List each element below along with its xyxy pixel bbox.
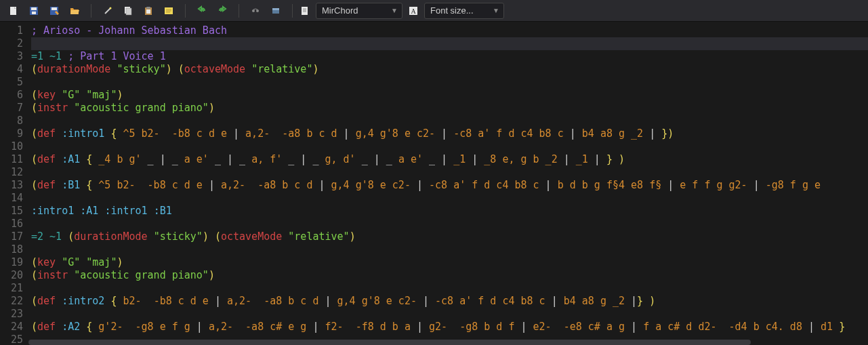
wand-button[interactable]	[98, 2, 117, 20]
code-line[interactable]	[31, 192, 868, 205]
code-area[interactable]: ; Arioso - Johann Sebastian Bach=1 ~1 ; …	[28, 22, 868, 345]
fontsize-dropdown-label: Font size...	[430, 5, 474, 16]
code-line[interactable]: (def :A1 { _4 b g' _ | _ a e' _ | _ a, f…	[31, 153, 868, 166]
line-number: 4	[0, 63, 23, 76]
copy-icon	[123, 5, 133, 16]
svg-rect-2	[31, 7, 37, 10]
line-number: 3	[0, 50, 23, 63]
stop-icon	[270, 5, 281, 16]
save-button[interactable]	[24, 2, 43, 20]
scrollbar-thumb[interactable]	[28, 340, 751, 345]
code-line[interactable]: =2 ~1 (durationMode "sticky") (octaveMod…	[31, 230, 868, 243]
undo-button[interactable]	[192, 2, 211, 20]
saveas-icon	[49, 5, 60, 16]
svg-rect-5	[51, 7, 57, 10]
code-line[interactable]	[31, 282, 868, 295]
code-line[interactable]: (instr "acoustic grand piano")	[31, 102, 868, 115]
line-number: 18	[0, 243, 23, 256]
chevron-down-icon: ▼	[391, 7, 398, 14]
code-line[interactable]: (key "G" "maj")	[31, 256, 868, 269]
line-number: 15	[0, 205, 23, 218]
svg-rect-9	[126, 8, 131, 15]
line-number: 20	[0, 269, 23, 282]
play-icon	[250, 5, 261, 16]
svg-rect-12	[146, 9, 150, 14]
line-number: 9	[0, 127, 23, 140]
sticky-note-icon	[163, 5, 174, 16]
chevron-down-icon: ▼	[493, 7, 499, 14]
line-number: 11	[0, 153, 23, 166]
code-line[interactable]: (def :B1 { ^5 b2- -b8 c d e | a,2- -a8 b…	[31, 179, 868, 192]
line-number: 5	[0, 76, 23, 89]
redo-icon	[217, 5, 228, 16]
svg-text:A: A	[411, 7, 416, 15]
paste-button[interactable]	[139, 2, 158, 20]
code-line[interactable]: (def :A2 { g'2- -g8 e f g | a,2- -a8 c# …	[31, 321, 868, 333]
paste-icon	[143, 5, 154, 16]
line-number: 16	[0, 218, 23, 230]
code-line[interactable]	[31, 218, 868, 230]
toolbar-separator	[239, 4, 239, 18]
code-line[interactable]: (instr "acoustic grand piano")	[31, 269, 868, 282]
wand-icon	[102, 5, 113, 16]
line-gutter: 1234567891011121314151617181920212223242…	[0, 22, 28, 345]
code-line[interactable]	[31, 76, 868, 89]
save-icon	[28, 5, 39, 16]
code-line[interactable]	[31, 37, 868, 50]
code-line[interactable]: =1 ~1 ; Part 1 Voice 1	[31, 50, 868, 63]
fontsize-dropdown[interactable]: Font size... ▼	[424, 3, 504, 19]
svg-rect-11	[146, 7, 150, 9]
line-number: 8	[0, 115, 23, 127]
code-line[interactable]: (def :intro2 { b2- -b8 c d e | a,2- -a8 …	[31, 295, 868, 308]
language-dropdown[interactable]: MirChord ▼	[316, 3, 402, 19]
code-line[interactable]	[31, 166, 868, 179]
code-line[interactable]: (def :intro1 { ^5 b2- -b8 c d e | a,2- -…	[31, 127, 868, 140]
play-button[interactable]	[246, 2, 265, 20]
toolbar-separator	[91, 4, 91, 18]
code-line[interactable]	[31, 243, 868, 256]
line-number: 23	[0, 308, 23, 321]
horizontal-scrollbar[interactable]	[28, 340, 868, 345]
svg-rect-21	[302, 7, 308, 15]
svg-point-17	[252, 9, 255, 12]
document-icon	[299, 5, 310, 16]
svg-rect-3	[32, 12, 36, 14]
line-number: 19	[0, 256, 23, 269]
line-number: 17	[0, 230, 23, 243]
copy-button[interactable]	[119, 2, 138, 20]
saveas-button[interactable]	[45, 2, 64, 20]
toolbar-separator	[292, 4, 293, 18]
code-line[interactable]	[31, 140, 868, 153]
line-number: 6	[0, 89, 23, 102]
line-number: 14	[0, 192, 23, 205]
code-editor[interactable]: 1234567891011121314151617181920212223242…	[0, 22, 868, 345]
line-number: 21	[0, 282, 23, 295]
line-number: 24	[0, 321, 23, 333]
code-line[interactable]	[31, 308, 868, 321]
line-number: 12	[0, 166, 23, 179]
svg-line-6	[105, 8, 110, 14]
code-line[interactable]: ; Arioso - Johann Sebastian Bach	[31, 24, 868, 37]
stop-button[interactable]	[266, 2, 285, 20]
code-line[interactable]: (key "G" "maj")	[31, 89, 868, 102]
language-dropdown-label: MirChord	[322, 5, 358, 16]
sticky-note-button[interactable]	[159, 2, 178, 20]
line-number: 10	[0, 140, 23, 153]
line-number: 1	[0, 24, 23, 37]
code-line[interactable]: :intro1 :A1 :intro1 :B1	[31, 205, 868, 218]
new-file-icon	[8, 5, 19, 16]
font-icon: A	[408, 5, 419, 16]
line-number: 25	[0, 333, 23, 345]
svg-rect-20	[272, 8, 279, 10]
line-number: 7	[0, 102, 23, 115]
code-line[interactable]	[31, 115, 868, 127]
undo-icon	[197, 5, 207, 16]
redo-button[interactable]	[213, 2, 232, 20]
new-file-button[interactable]	[4, 2, 23, 20]
code-line[interactable]: (durationMode "sticky") (octaveMode "rel…	[31, 63, 868, 76]
open-folder-button[interactable]	[65, 2, 84, 20]
open-folder-icon	[69, 5, 80, 16]
svg-point-18	[256, 9, 259, 12]
toolbar: MirChord ▼ A Font size... ▼	[0, 0, 868, 22]
line-number: 2	[0, 37, 23, 50]
